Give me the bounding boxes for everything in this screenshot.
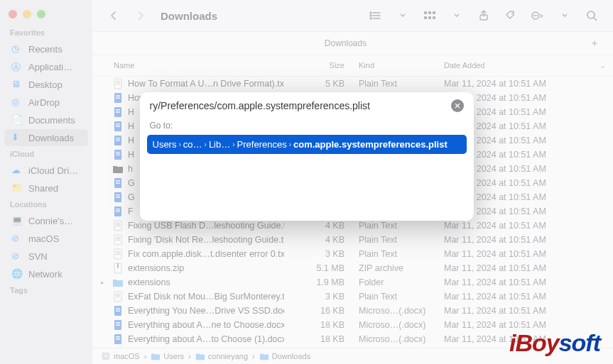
watermark-logo: iBoysoft [509,329,600,357]
suggestion-segment: co… [183,139,202,150]
goto-path-input[interactable] [150,100,445,111]
goto-folder-dialog: Go to: Users›co…›Lib…›Preferences›com.ap… [140,92,474,221]
chevron-right-icon: › [178,140,180,148]
suggestion-final: com.apple.systempreferences.plist [293,139,447,150]
chevron-right-icon: › [289,140,291,148]
suggestion-segment: Users [153,139,177,150]
suggestion-segment: Lib… [209,139,230,150]
watermark-pre: iBoy [509,329,559,356]
clear-input-button[interactable] [451,99,464,112]
chevron-right-icon: › [232,140,234,148]
suggestion-segment: Preferences [237,139,287,150]
watermark-post: soft [559,329,600,356]
modal-overlay: Go to: Users›co…›Lib…›Preferences›com.ap… [0,0,613,364]
chevron-right-icon: › [205,140,207,148]
goto-label: Go to: [140,119,474,132]
goto-suggestion-row[interactable]: Users›co…›Lib…›Preferences›com.apple.sys… [147,135,467,154]
